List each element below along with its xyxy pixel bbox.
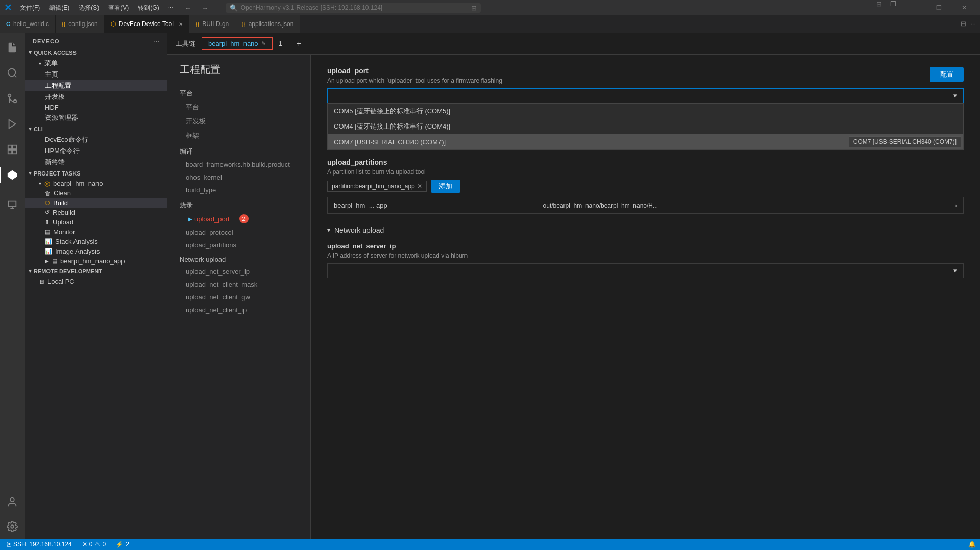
statusbar-errors[interactable]: ✕ 0 ⚠ 0 <box>80 541 108 548</box>
tab-deveco-close[interactable]: ✕ <box>179 21 183 27</box>
nav-item-ohos-kernel[interactable]: ohos_kernel <box>167 171 310 184</box>
toolbar-tab[interactable]: bearpi_hm_nano ✎ <box>202 37 273 50</box>
sidebar-item-image-analysis[interactable]: 📊 Image Analysis <box>24 246 167 256</box>
bearpi-circle-icon: ◎ <box>44 180 50 187</box>
nav-item-devboard[interactable]: 开发板 <box>167 114 310 129</box>
activity-debug[interactable] <box>0 112 24 136</box>
svg-marker-4 <box>9 120 16 129</box>
nav-item-framework[interactable]: 框架 <box>167 129 310 143</box>
activity-settings[interactable] <box>0 514 24 539</box>
sidebar-item-new-terminal[interactable]: 新终端 <box>24 157 167 168</box>
net-server-ip-dropdown[interactable]: ▾ <box>327 263 964 278</box>
maximize-btn[interactable]: ❐ <box>927 0 950 15</box>
sidebar-item-deveco-cli[interactable]: DevEco命令行 <box>24 134 167 145</box>
sidebar-item-bearpi[interactable]: ▾ ◎ bearpi_hm_nano <box>24 179 167 188</box>
overflow-more-icon[interactable]: ··· <box>970 20 976 28</box>
partition-tag-remove[interactable]: ✕ <box>417 183 422 190</box>
statusbar-ssh[interactable]: ⊵ SSH: 192.168.10.124 <box>4 541 74 548</box>
partition-add-btn[interactable]: 添加 <box>431 180 460 193</box>
minimize-btn[interactable]: ─ <box>901 0 925 15</box>
error-icon: ✕ <box>82 541 87 548</box>
sidebar-item-home[interactable]: 主页 <box>24 69 167 80</box>
sidebar-item-bearpi-app[interactable]: ▶ ▤ bearpi_hm_nano_app <box>24 256 167 266</box>
sidebar-item-local-pc[interactable]: 🖥 Local PC <box>24 277 167 286</box>
upload-port-dropdown-container: ▾ COM5 [蓝牙链接上的标准串行 (COM5)] COM4 [蓝牙链接上的标… <box>327 88 964 150</box>
tab-build-gn[interactable]: {} BUILD.gn <box>189 15 235 33</box>
nav-item-board-frameworks[interactable]: board_frameworks.hb.build.product <box>167 158 310 171</box>
sidebar-item-hpm-cli[interactable]: HPM命令行 <box>24 145 167 157</box>
svg-point-10 <box>10 498 14 502</box>
panels-icon[interactable]: ❐ <box>887 0 899 15</box>
nav-item-net-client-mask[interactable]: upload_net_client_mask <box>167 278 310 291</box>
nav-forward[interactable]: → <box>199 4 211 12</box>
activity-remote[interactable] <box>0 192 24 217</box>
nav-item-upload-partitions[interactable]: upload_partitions <box>167 239 310 252</box>
activity-files[interactable] <box>0 35 24 60</box>
close-btn[interactable]: ✕ <box>952 0 976 15</box>
activity-git[interactable] <box>0 86 24 111</box>
upload-port-dropdown-trigger[interactable]: ▾ <box>327 88 964 103</box>
svg-rect-6 <box>13 145 16 149</box>
search-input[interactable] <box>241 4 468 11</box>
net-server-ip-desc: A IP address of server for network uploa… <box>327 252 964 259</box>
nav-back[interactable]: ← <box>182 4 194 12</box>
statusbar-bell-icon[interactable]: 🔔 <box>968 541 976 548</box>
nav-item-net-server-ip[interactable]: upload_net_server_ip <box>167 265 310 278</box>
toolbar-row: 工具链 bearpi_hm_nano ✎ 1 + <box>167 33 980 55</box>
overflow-split-icon[interactable]: ⊟ <box>961 20 966 28</box>
nav-item-upload-protocol[interactable]: upload_protocol <box>167 226 310 239</box>
activity-search[interactable] <box>0 61 24 85</box>
titlebar: ✕ 文件(F) 编辑(E) 选择(S) 查看(V) 转到(G) ··· ← → … <box>0 0 980 15</box>
content-area: 工程配置 平台 平台 开发板 框架 编译 board_frameworks.hb… <box>167 55 980 539</box>
upload-port-highlight: ▶ upload_port <box>186 215 233 223</box>
layout-icon[interactable]: ⊟ <box>873 0 885 15</box>
menu-goto[interactable]: 转到(G) <box>134 3 163 13</box>
nav-item-net-client-ip[interactable]: upload_net_client_ip <box>167 304 310 316</box>
sidebar-item-menu[interactable]: ▾ 菜单 <box>24 58 167 69</box>
sidebar-item-project-config[interactable]: 工程配置 <box>24 80 167 91</box>
toolbar-label: 工具链 <box>176 39 195 48</box>
sidebar-item-build[interactable]: ⬡ Build <box>24 198 167 208</box>
tab-deveco-device[interactable]: ⬡ DevEco Device Tool ✕ <box>105 15 189 33</box>
nav-item-platform[interactable]: 平台 <box>167 100 310 114</box>
statusbar-extensions[interactable]: ⚡ 2 <box>114 541 131 548</box>
sidebar-item-monitor[interactable]: ▤ Monitor <box>24 227 167 237</box>
dropdown-item-com7[interactable]: COM7 [USB-SERIAL CH340 (COM7)] 3 COM7 [U… <box>328 134 963 149</box>
sidebar-item-rebuild[interactable]: ↺ Rebuild <box>24 208 167 217</box>
menu-file[interactable]: 文件(F) <box>16 3 44 13</box>
cli-arrow-icon: ▾ <box>29 126 32 132</box>
activity-account[interactable] <box>0 490 24 514</box>
nav-item-net-client-gw[interactable]: upload_net_client_gw <box>167 291 310 304</box>
tab-config-label: config.json <box>68 20 97 28</box>
sidebar-more-btn[interactable]: ··· <box>154 37 159 45</box>
network-upload-collapse[interactable]: ▾ Network upload <box>327 226 964 234</box>
bearpi-arrow-icon: ▾ <box>39 181 41 186</box>
sidebar-item-stack-analysis[interactable]: 📊 Stack Analysis <box>24 237 167 246</box>
menu-select[interactable]: 选择(S) <box>75 3 103 13</box>
network-upload-title: Network upload <box>334 226 384 234</box>
menu-edit[interactable]: 编辑(E) <box>45 3 74 13</box>
sidebar-item-resource-manager[interactable]: 资源管理器 <box>24 112 167 123</box>
sidebar-item-hdf[interactable]: HDF <box>24 103 167 112</box>
activity-extensions[interactable] <box>0 137 24 162</box>
dropdown-item-com4[interactable]: COM4 [蓝牙链接上的标准串行 (COM4)] <box>328 119 963 134</box>
search-bar[interactable]: 🔍 ⊞ <box>226 3 481 13</box>
edit-icon[interactable]: ✎ <box>261 40 266 47</box>
tab-config-json[interactable]: {} config.json <box>56 15 105 33</box>
activity-deveco[interactable] <box>0 163 24 187</box>
nav-item-upload-port[interactable]: ▶ upload_port 2 <box>167 212 310 226</box>
sidebar-item-clean[interactable]: 🗑 Clean <box>24 188 167 198</box>
nav-item-build-type[interactable]: build_type <box>167 184 310 196</box>
sidebar-item-upload[interactable]: ⬆ Upload <box>24 217 167 227</box>
sidebar-item-devboard[interactable]: 开发板 <box>24 91 167 103</box>
tab-hello-world-label: hello_world.c <box>13 20 49 28</box>
dropdown-item-com5[interactable]: COM5 [蓝牙链接上的标准串行 (COM5)] <box>328 104 963 119</box>
menu-view[interactable]: 查看(V) <box>104 3 133 13</box>
tab-applications-json[interactable]: {} applications.json <box>235 15 300 33</box>
sidebar-section-cli: ▾ CLI <box>24 123 167 134</box>
tab-hello-world[interactable]: C hello_world.c <box>0 15 56 33</box>
toolbar-add-btn[interactable]: + <box>292 38 305 49</box>
config-button[interactable]: 配置 <box>930 67 964 82</box>
partition-row[interactable]: bearpi_hm_... app out/bearpi_hm_nano/bea… <box>327 197 964 214</box>
menu-more[interactable]: ··· <box>164 3 178 13</box>
